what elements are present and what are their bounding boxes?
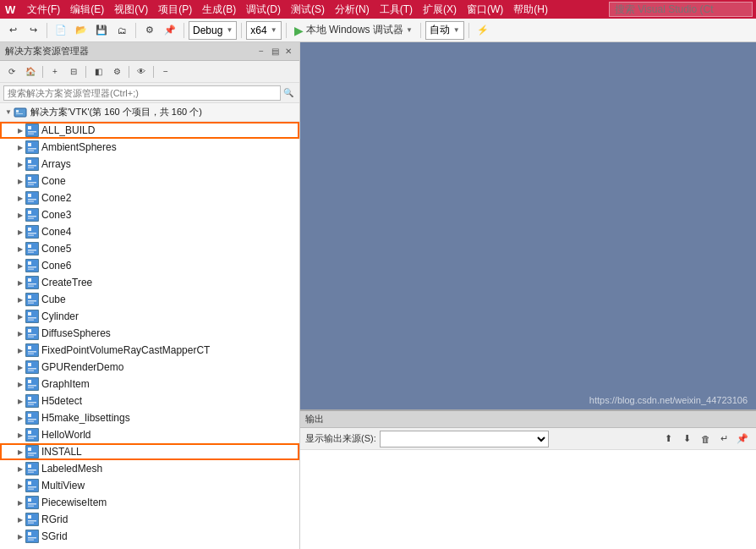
tree-item[interactable]: ▶SGrid <box>0 528 299 545</box>
run-button[interactable]: ▶ 本地 Windows 调试器 ▼ <box>291 23 416 37</box>
tree-search-input[interactable] <box>3 85 281 101</box>
pt-view-btn[interactable]: ◧ <box>90 63 107 80</box>
svg-rect-38 <box>28 261 31 265</box>
pt-new-btn[interactable]: + <box>47 63 63 80</box>
tree-item[interactable]: ▶CreateTree <box>0 274 299 291</box>
tree-item[interactable]: ▶INSTALL <box>0 443 299 460</box>
tree-item[interactable]: ▶Cone4 <box>0 223 299 240</box>
tree-item-label: INSTALL <box>41 446 82 458</box>
tree-item-label: CreateTree <box>41 277 92 288</box>
tree-item[interactable]: ▶Cone <box>0 173 299 189</box>
menu-bar: 文件(F)编辑(E)视图(V)项目(P)生成(B)调试(D)测试(S)分析(N)… <box>22 1 604 19</box>
menu-item-h[interactable]: 帮助(H) <box>508 1 553 19</box>
svg-rect-43 <box>28 283 36 285</box>
expand-arrow-icon: ▶ <box>15 227 25 237</box>
toolbar-open-btn[interactable]: 📂 <box>72 21 90 40</box>
svg-rect-76 <box>28 421 34 423</box>
menu-item-w[interactable]: 窗口(W) <box>462 1 508 19</box>
tree-item-label: SGrid <box>41 530 68 542</box>
tree-item[interactable]: ▶PiecewiseItem <box>0 494 299 511</box>
tree-item[interactable]: ▶FixedPointVolumeRayCastMapperCT <box>0 342 299 359</box>
output-source-label: 显示输出来源(S): <box>305 432 376 445</box>
menu-item-f[interactable]: 文件(F) <box>22 1 65 19</box>
toolbar-settings-btn[interactable]: ⚙ <box>140 21 159 40</box>
pt-props-btn[interactable]: ⚙ <box>108 63 125 80</box>
output-wrap-btn[interactable]: ↵ <box>715 431 732 447</box>
vs-search-input[interactable] <box>609 2 753 17</box>
tree-item[interactable]: ▶Cylinder <box>0 308 299 325</box>
solution-root-item[interactable]: ▼ 解决方案'VTK'(第 160 个项目，共 160 个) <box>0 103 299 122</box>
output-pin-btn[interactable]: 📌 <box>734 431 751 447</box>
tree-item[interactable]: ▶LabeledMesh <box>0 460 299 477</box>
output-source-select[interactable] <box>380 431 549 447</box>
tree-item[interactable]: ▶GraphItem <box>0 376 299 393</box>
menu-item-n[interactable]: 分析(N) <box>330 1 375 19</box>
toolbar-save-all-btn[interactable]: 🗂 <box>112 21 131 40</box>
svg-rect-7 <box>28 131 36 133</box>
tree-item[interactable]: ▶MultiView <box>0 477 299 494</box>
tree-item-label: Cone5 <box>41 243 71 255</box>
menu-item-x[interactable]: 扩展(X) <box>418 1 462 19</box>
run-arrow-icon: ▼ <box>406 26 413 34</box>
pt-sync-btn[interactable]: ⟳ <box>3 63 20 80</box>
tree-item[interactable]: ▶H5make_libsettings <box>0 409 299 426</box>
expand-arrow-icon: ▶ <box>15 176 25 186</box>
toolbar-pin-btn[interactable]: 📌 <box>161 21 179 40</box>
tree-item[interactable]: ▶Cone2 <box>0 189 299 206</box>
toolbar-redo-btn[interactable]: ↪ <box>24 21 42 40</box>
tree-item[interactable]: ▶RGrid <box>0 511 299 528</box>
tree-item[interactable]: ▶Arrays <box>0 156 299 173</box>
expand-arrow-icon: ▶ <box>15 480 25 491</box>
pt-filter-btn[interactable]: ⊟ <box>65 63 82 80</box>
panel-undock-btn[interactable]: ▤ <box>269 46 281 58</box>
menu-item-t[interactable]: 工具(T) <box>375 1 418 19</box>
panel-pin-btn[interactable]: − <box>255 46 267 58</box>
pt-sep-1 <box>42 66 43 78</box>
solution-root-label: 解决方案'VTK'(第 160 个项目，共 160 个) <box>30 106 202 118</box>
expand-arrow-icon: ▶ <box>15 514 25 524</box>
expand-arrow-icon: ▶ <box>15 125 25 135</box>
menu-item-v[interactable]: 视图(V) <box>109 1 153 19</box>
platform-dropdown[interactable]: x64 ▼ <box>246 21 281 40</box>
solution-tree[interactable]: ▼ 解决方案'VTK'(第 160 个项目，共 160 个) ▶ALL_BUIL… <box>0 103 299 549</box>
menu-item-p[interactable]: 项目(P) <box>153 1 197 19</box>
output-title-label: 输出 <box>305 413 324 425</box>
toolbar-new-btn[interactable]: 📄 <box>52 21 70 40</box>
menu-item-d[interactable]: 调试(D) <box>241 1 286 19</box>
toolbar-extra-btn[interactable]: ⚡ <box>474 21 492 40</box>
tree-item[interactable]: ▶Cone5 <box>0 240 299 257</box>
menu-item-s[interactable]: 测试(S) <box>286 1 330 19</box>
watermark: https://blog.csdn.net/weixin_44723106 <box>589 395 748 405</box>
menu-item-b[interactable]: 生成(B) <box>197 1 241 19</box>
menu-item-e[interactable]: 编辑(E) <box>65 1 109 19</box>
project-icon <box>25 428 39 442</box>
tree-item[interactable]: ▶Cube <box>0 291 299 308</box>
pt-preview-btn[interactable]: 👁 <box>133 63 150 80</box>
svg-rect-80 <box>28 438 34 440</box>
toolbar-save-btn[interactable]: 💾 <box>92 21 111 40</box>
panel-close-btn[interactable]: ✕ <box>282 46 294 58</box>
config-dropdown[interactable]: Debug ▼ <box>189 21 237 40</box>
output-page-down-btn[interactable]: ⬇ <box>678 431 695 447</box>
expand-arrow-icon: ▶ <box>15 193 25 203</box>
tree-item-label: Cube <box>41 294 66 305</box>
tree-item[interactable]: ▶DiffuseSpheres <box>0 325 299 342</box>
tree-item[interactable]: ▶H5detect <box>0 393 299 409</box>
tree-search-icon[interactable]: 🔍 <box>281 85 296 101</box>
pt-home-btn[interactable]: 🏠 <box>22 63 39 80</box>
project-icon <box>25 377 39 391</box>
tree-item[interactable]: ▶HelloWorld <box>0 426 299 443</box>
tree-item[interactable]: ▶Cone6 <box>0 257 299 274</box>
auto-dropdown[interactable]: 自动 ▼ <box>425 21 464 40</box>
panel-title-label: 解决方案资源管理器 <box>5 45 89 58</box>
tree-item[interactable]: ▶ALL_BUILD <box>0 122 299 139</box>
output-clear-btn[interactable]: 🗑 <box>697 431 714 447</box>
project-icon <box>25 259 39 272</box>
output-page-up-btn[interactable]: ⬆ <box>660 431 677 447</box>
tree-item[interactable]: ▶Cone3 <box>0 206 299 223</box>
tree-item[interactable]: ▶AmbientSpheres <box>0 139 299 156</box>
tree-item[interactable]: ▶GPURenderDemo <box>0 359 299 376</box>
pt-collapse-btn[interactable]: − <box>157 63 174 80</box>
toolbar-undo-btn[interactable]: ↩ <box>3 21 22 40</box>
svg-rect-11 <box>28 148 36 150</box>
